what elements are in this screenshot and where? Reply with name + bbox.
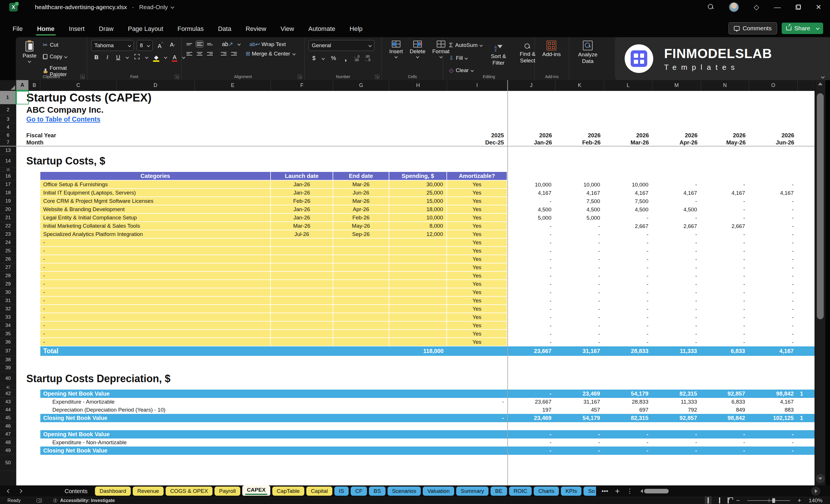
cell[interactable] bbox=[798, 439, 815, 446]
row-header[interactable] bbox=[0, 471, 16, 485]
capex-monthly-cell[interactable]: - bbox=[604, 280, 652, 288]
capex-monthly-cell[interactable]: - bbox=[507, 313, 555, 321]
capex-monthly-cell[interactable]: 2,667 bbox=[604, 222, 652, 230]
capex-monthly-cell[interactable]: - bbox=[652, 230, 701, 239]
paste-button[interactable]: Paste bbox=[20, 40, 39, 63]
capex-monthly-cell[interactable]: - bbox=[701, 305, 749, 313]
capex-monthly-cell[interactable]: 2,667 bbox=[701, 222, 749, 230]
capex-monthly-cell[interactable]: - bbox=[701, 230, 749, 239]
depreciation-value[interactable]: 697 bbox=[604, 406, 652, 414]
capex-monthly-cell[interactable]: - bbox=[701, 296, 749, 305]
capex-launch-date-cell[interactable] bbox=[271, 263, 333, 272]
capex-category-cell[interactable]: Initial IT Equipment (Laptops, Servers) bbox=[40, 189, 271, 197]
capex-monthly-cell[interactable]: - bbox=[749, 321, 798, 330]
capex-launch-date-cell[interactable] bbox=[271, 305, 333, 313]
row-header[interactable]: 18 bbox=[0, 189, 16, 197]
capex-monthly-cell[interactable]: - bbox=[507, 255, 555, 263]
capex-monthly-cell[interactable]: - bbox=[555, 288, 604, 296]
capex-monthly-cell[interactable]: - bbox=[749, 239, 798, 247]
cell[interactable] bbox=[798, 197, 815, 206]
capex-launch-date-cell[interactable]: Jan-26 bbox=[271, 189, 333, 197]
zoom-level[interactable]: 140% bbox=[808, 497, 823, 504]
capex-amortizable-cell[interactable]: Yes bbox=[447, 222, 507, 230]
capex-monthly-cell[interactable]: - bbox=[507, 263, 555, 272]
capex-amortizable-cell[interactable]: Yes bbox=[447, 206, 507, 214]
row-header[interactable]: 40 bbox=[0, 372, 16, 385]
capex-spending-cell[interactable] bbox=[389, 313, 447, 321]
cell[interactable] bbox=[16, 455, 815, 471]
capex-monthly-cell[interactable]: - bbox=[604, 305, 652, 313]
row-header[interactable]: 33 bbox=[0, 313, 16, 321]
capex-end-date-cell[interactable] bbox=[333, 313, 389, 321]
capex-monthly-cell[interactable]: - bbox=[604, 230, 652, 239]
capex-monthly-cell[interactable]: - bbox=[555, 305, 604, 313]
align-left-button[interactable] bbox=[186, 51, 193, 57]
capex-spending-cell[interactable]: 30,000 bbox=[389, 181, 447, 189]
capex-amortizable-cell[interactable]: Yes bbox=[447, 272, 507, 280]
capex-monthly-cell[interactable]: - bbox=[749, 206, 798, 214]
capex-amortizable-cell[interactable]: Yes bbox=[447, 189, 507, 197]
row-header[interactable]: 6 bbox=[0, 131, 16, 139]
cell[interactable] bbox=[798, 189, 815, 197]
capex-category-cell[interactable]: - bbox=[40, 263, 271, 272]
row-header[interactable]: 3 bbox=[0, 115, 16, 123]
comma-format-button[interactable]: , bbox=[343, 53, 349, 63]
row-header[interactable]: 41 bbox=[0, 385, 16, 389]
decrease-indent-button[interactable] bbox=[220, 51, 227, 57]
capex-amortizable-cell[interactable]: Yes bbox=[447, 247, 507, 255]
add-sheet-button[interactable]: + bbox=[615, 486, 619, 496]
restore-button[interactable] bbox=[796, 5, 801, 10]
capex-category-cell[interactable]: - bbox=[40, 239, 271, 247]
capex-monthly-cell[interactable]: - bbox=[749, 330, 798, 338]
row-header[interactable]: 22 bbox=[0, 222, 16, 230]
column-header-L[interactable]: L bbox=[604, 80, 652, 91]
cell[interactable] bbox=[16, 364, 815, 372]
row-header[interactable]: 13 bbox=[0, 147, 16, 154]
cell[interactable] bbox=[798, 338, 815, 346]
capex-monthly-cell[interactable]: - bbox=[555, 247, 604, 255]
depreciation-value[interactable]: - bbox=[749, 439, 798, 446]
capex-amortizable-cell[interactable]: Yes bbox=[447, 181, 507, 189]
depreciation-value[interactable] bbox=[447, 406, 507, 414]
capex-end-date-cell[interactable] bbox=[333, 288, 389, 296]
capex-monthly-cell[interactable]: - bbox=[652, 330, 701, 338]
depreciation-value[interactable] bbox=[447, 446, 507, 455]
chevron-down-icon[interactable] bbox=[293, 52, 296, 55]
depreciation-value[interactable]: 23,469 bbox=[507, 414, 555, 422]
cell[interactable] bbox=[16, 263, 40, 272]
cell[interactable] bbox=[16, 439, 40, 446]
capex-launch-date-cell[interactable]: Jan-26 bbox=[271, 181, 333, 189]
column-header-K[interactable]: K bbox=[555, 80, 604, 91]
capex-monthly-cell[interactable]: - bbox=[604, 330, 652, 338]
vertical-scrollbar[interactable] bbox=[815, 80, 825, 485]
cell[interactable] bbox=[16, 471, 815, 485]
cell[interactable] bbox=[798, 206, 815, 214]
capex-monthly-cell[interactable]: - bbox=[604, 263, 652, 272]
cell[interactable] bbox=[16, 206, 40, 214]
capex-spending-cell[interactable]: 15,000 bbox=[389, 197, 447, 206]
capex-monthly-cell[interactable]: 2,667 bbox=[652, 222, 701, 230]
sheet-tab-revenue[interactable]: Revenue bbox=[133, 486, 164, 496]
capex-monthly-cell[interactable]: - bbox=[701, 197, 749, 206]
menu-file[interactable]: File bbox=[11, 23, 24, 35]
capex-monthly-cell[interactable]: 4,167 bbox=[604, 189, 652, 197]
sheet-tab-bs[interactable]: BS bbox=[369, 486, 385, 496]
capex-spending-cell[interactable]: 25,000 bbox=[389, 189, 447, 197]
capex-launch-date-cell[interactable]: Feb-26 bbox=[271, 197, 333, 206]
cell[interactable] bbox=[16, 313, 40, 321]
minimize-button[interactable]: — bbox=[774, 3, 781, 11]
cell[interactable] bbox=[16, 222, 40, 230]
cell[interactable] bbox=[16, 296, 40, 305]
capex-end-date-cell[interactable]: Mar-26 bbox=[333, 181, 389, 189]
capex-end-date-cell[interactable]: Mar-26 bbox=[333, 197, 389, 206]
capex-launch-date-cell[interactable] bbox=[271, 272, 333, 280]
align-top-button[interactable] bbox=[186, 41, 193, 47]
normal-view-button[interactable] bbox=[705, 496, 711, 504]
capex-monthly-cell[interactable]: 4,500 bbox=[604, 206, 652, 214]
cell[interactable] bbox=[798, 230, 815, 239]
cut-button[interactable]: ✂Cut bbox=[41, 40, 83, 50]
capex-monthly-cell[interactable]: 7,500 bbox=[555, 197, 604, 206]
column-header-H[interactable]: H bbox=[389, 80, 447, 91]
chevron-down-icon[interactable] bbox=[126, 56, 129, 59]
capex-monthly-cell[interactable]: 4,167 bbox=[507, 189, 555, 197]
